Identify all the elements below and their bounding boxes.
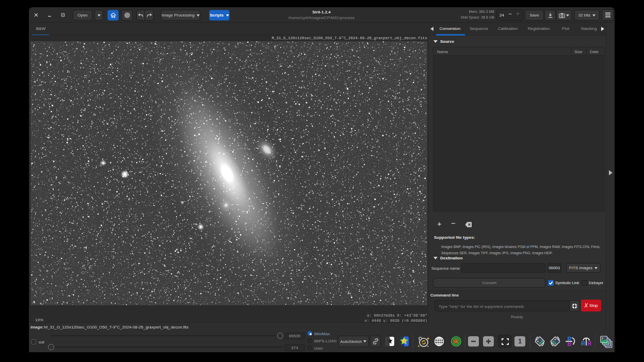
svg-text:R: R bbox=[581, 340, 585, 347]
svg-text:R: R bbox=[587, 340, 591, 347]
svg-text:R: R bbox=[568, 336, 572, 342]
svg-text:R: R bbox=[568, 341, 572, 347]
